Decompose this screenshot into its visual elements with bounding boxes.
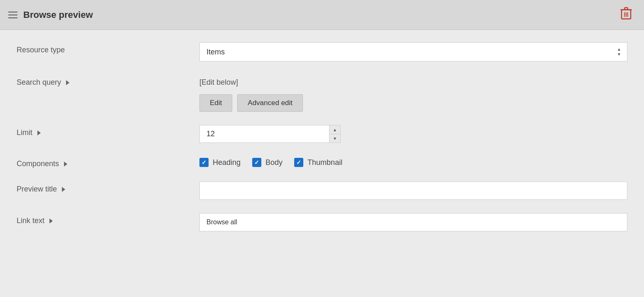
edit-button[interactable]: Edit bbox=[199, 94, 232, 112]
heading-checkbox-item: ✓ Heading bbox=[199, 158, 241, 167]
components-control: ✓ Heading ✓ Body ✓ Thumbnai bbox=[199, 156, 627, 167]
thumbnail-label: Thumbnail bbox=[307, 158, 342, 167]
preview-title-expand-icon[interactable] bbox=[62, 187, 65, 192]
thumbnail-checkmark: ✓ bbox=[296, 160, 301, 165]
thumbnail-checkbox-item: ✓ Thumbnail bbox=[294, 158, 342, 167]
search-query-label: Search query bbox=[17, 75, 199, 87]
header-left: Browse preview bbox=[8, 10, 93, 20]
thumbnail-checkbox[interactable]: ✓ bbox=[294, 158, 303, 167]
header: Browse preview bbox=[0, 0, 644, 30]
search-query-buttons: Edit Advanced edit bbox=[199, 94, 627, 112]
limit-row: Limit ▲ ▼ bbox=[17, 125, 627, 143]
preview-title-control bbox=[199, 182, 627, 200]
limit-increment-button[interactable]: ▲ bbox=[329, 125, 340, 134]
link-text-expand-icon[interactable] bbox=[49, 218, 53, 223]
preview-title-label: Preview title bbox=[17, 182, 199, 194]
components-expand-icon[interactable] bbox=[64, 162, 67, 167]
limit-input[interactable] bbox=[200, 125, 340, 142]
components-checkboxes: ✓ Heading ✓ Body ✓ Thumbnai bbox=[199, 156, 627, 167]
link-text-control bbox=[199, 213, 627, 231]
heading-checkmark: ✓ bbox=[202, 160, 206, 165]
limit-input-wrapper: ▲ ▼ bbox=[199, 125, 341, 143]
components-row: Components ✓ Heading ✓ Body bbox=[17, 156, 627, 168]
heading-label: Heading bbox=[213, 158, 241, 167]
trash-icon[interactable] bbox=[617, 5, 636, 25]
advanced-edit-button[interactable]: Advanced edit bbox=[237, 94, 303, 112]
resource-type-select[interactable]: Items Collections Exhibits bbox=[200, 43, 627, 61]
limit-label: Limit bbox=[17, 125, 199, 137]
body-checkbox-item: ✓ Body bbox=[252, 158, 283, 167]
content-area: Resource type Items Collections Exhibits… bbox=[0, 30, 644, 297]
search-query-row: Search query [Edit below] Edit Advanced … bbox=[17, 75, 627, 112]
search-query-expand-icon[interactable] bbox=[66, 80, 69, 85]
preview-title-row: Preview title bbox=[17, 182, 627, 200]
limit-spinners: ▲ ▼ bbox=[329, 125, 340, 142]
resource-type-control: Items Collections Exhibits bbox=[199, 42, 627, 61]
resource-type-select-wrapper: Items Collections Exhibits bbox=[199, 42, 627, 61]
body-checkbox[interactable]: ✓ bbox=[252, 158, 261, 167]
heading-checkbox[interactable]: ✓ bbox=[199, 158, 209, 167]
link-text-input[interactable] bbox=[199, 213, 627, 231]
preview-title-input[interactable] bbox=[199, 182, 627, 200]
search-query-control: [Edit below] Edit Advanced edit bbox=[199, 75, 627, 112]
components-label: Components bbox=[17, 156, 199, 168]
edit-below-text: [Edit below] bbox=[199, 75, 627, 93]
body-label: Body bbox=[265, 158, 283, 167]
resource-type-label: Resource type bbox=[17, 42, 199, 54]
resource-type-row: Resource type Items Collections Exhibits bbox=[17, 42, 627, 61]
limit-control: ▲ ▼ bbox=[199, 125, 627, 143]
app-container: Browse preview Resource type bbox=[0, 0, 644, 297]
limit-expand-icon[interactable] bbox=[37, 130, 41, 135]
link-text-label: Link text bbox=[17, 213, 199, 225]
page-title: Browse preview bbox=[23, 10, 93, 20]
hamburger-icon[interactable] bbox=[8, 12, 17, 18]
body-checkmark: ✓ bbox=[254, 160, 259, 165]
link-text-row: Link text bbox=[17, 213, 627, 231]
limit-decrement-button[interactable]: ▼ bbox=[329, 134, 340, 142]
